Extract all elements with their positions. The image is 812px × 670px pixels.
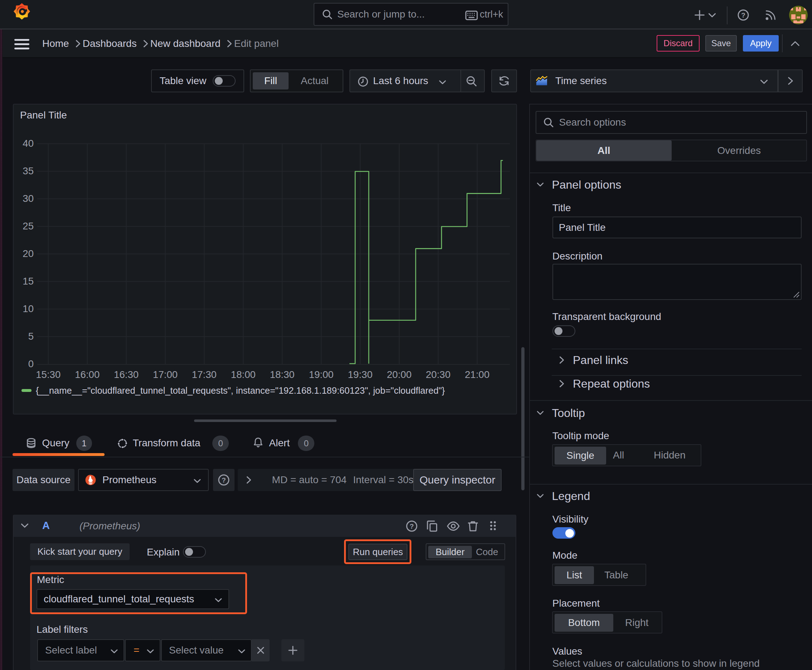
svg-text:18:00: 18:00 [231,369,256,380]
svg-text:20:30: 20:30 [425,369,450,380]
svg-text:5: 5 [28,331,34,342]
svg-text:40: 40 [22,138,34,149]
svg-text:20:00: 20:00 [387,369,411,380]
svg-text:?: ? [410,523,414,530]
svg-text:19:00: 19:00 [309,369,334,380]
svg-text:17:30: 17:30 [192,369,217,380]
svg-text:16:30: 16:30 [114,369,139,380]
svg-text:20: 20 [22,248,34,259]
svg-text:21:00: 21:00 [465,369,490,380]
svg-text:35: 35 [22,165,34,176]
svg-text:25: 25 [22,220,34,232]
svg-text:30: 30 [22,193,34,204]
svg-text:15: 15 [22,276,34,287]
svg-text:10: 10 [22,303,34,314]
svg-text:17:00: 17:00 [153,369,178,380]
svg-text:?: ? [741,12,746,19]
svg-text:?: ? [222,476,226,484]
svg-text:0: 0 [28,358,34,369]
svg-text:15:30: 15:30 [36,369,61,380]
svg-text:19:30: 19:30 [348,369,372,380]
svg-text:16:00: 16:00 [75,369,100,380]
svg-text:18:30: 18:30 [270,369,295,380]
